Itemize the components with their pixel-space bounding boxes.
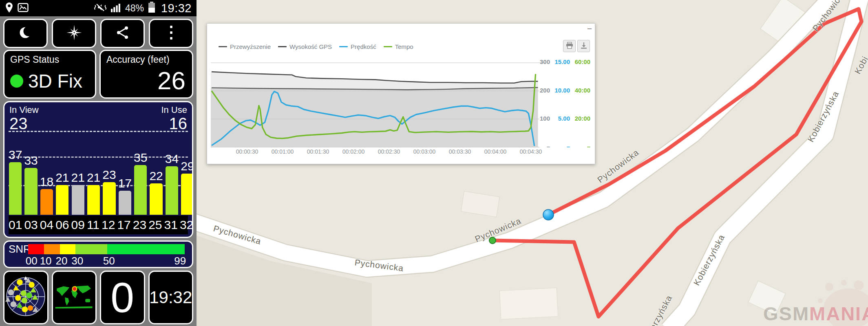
night-mode-button[interactable] — [3, 19, 48, 48]
satellite-id: 12 — [102, 218, 115, 232]
accuracy-value: 26 — [157, 66, 186, 95]
snr-tick: 50 — [103, 255, 115, 267]
snr-value: 34 — [165, 152, 179, 166]
satellite-bar-23: 35 — [134, 133, 147, 215]
map-canvas[interactable]: PychowickaPychowickaPychowickaPychowicka… — [197, 0, 868, 326]
x-axis-tick: 00:02:00 — [335, 148, 372, 155]
satellite-bar-31: 34 — [165, 133, 179, 215]
satellite-id: 23 — [133, 218, 146, 232]
satellite-bar-25: 22 — [149, 133, 163, 215]
x-axis-tick: 00:04:30 — [512, 148, 549, 155]
watermark-gsm: GSM — [763, 303, 809, 324]
satellite-bar-03: 33 — [24, 133, 38, 215]
axis-tick-tempo: – — [570, 143, 590, 150]
snr-bar-fill — [72, 185, 84, 215]
in-view-label: In View — [9, 105, 39, 115]
snr-bar-fill — [40, 189, 53, 215]
x-axis-tick: 00:00:30 — [229, 148, 265, 155]
snr-value: 17 — [118, 176, 132, 190]
satellite-id: 09 — [71, 218, 85, 232]
axis-tick-speed: – — [551, 143, 570, 150]
x-axis-tick: 00:03:00 — [406, 148, 443, 155]
snr-value: 29 — [181, 159, 193, 173]
snr-tick: 00 — [26, 255, 38, 267]
x-axis-tick: 00:04:00 — [477, 148, 514, 155]
satellite-bar-04: 18 — [40, 133, 53, 215]
x-axis-tick: 00:03:30 — [442, 148, 478, 155]
quick-buttons-row — [3, 19, 193, 48]
snr-bar-chart: 373318212121231735223429 — [9, 133, 188, 215]
sky-view-tab[interactable] — [3, 271, 49, 324]
satellite-id: 01 — [9, 218, 22, 232]
sky-view-icon — [4, 275, 47, 319]
satellite-id: 25 — [148, 218, 162, 232]
axis-tick-speed: 5.00 — [551, 115, 570, 122]
snr-segment — [44, 244, 60, 254]
satellite-bar-12: 23 — [102, 133, 116, 215]
clock-tab[interactable]: 19:32 — [148, 271, 194, 324]
snr-value: 21 — [55, 171, 69, 185]
status-bar-clock: 19:32 — [161, 2, 192, 15]
x-axis-tick: 00:02:30 — [371, 148, 407, 155]
snr-bar-fill — [103, 182, 115, 215]
snr-value: 35 — [134, 151, 147, 165]
axis-tick-elevation: 300 — [530, 58, 550, 65]
snr-bar-fill — [150, 183, 162, 215]
compass-star-button[interactable] — [52, 19, 96, 48]
satellite-bar-11: 21 — [87, 133, 100, 215]
snr-color-scale — [28, 244, 185, 254]
snr-tick: 30 — [71, 255, 83, 267]
overflow-menu-icon — [169, 25, 174, 42]
satellite-id: 11 — [87, 218, 99, 232]
satellite-bar-32: 29 — [181, 133, 193, 215]
snr-bar-fill — [87, 185, 100, 215]
bottom-tabs-row: 0 19:32 — [3, 271, 193, 324]
axis-tick-tempo: 40:00 — [570, 87, 590, 94]
snr-bar-fill — [56, 185, 68, 215]
snr-bar-fill — [24, 168, 37, 215]
track-stats-chart-panel: – PrzewyższenieWysokość GPSPrędkośćTempo… — [207, 23, 595, 164]
snr-value: 37 — [9, 148, 22, 162]
snr-bar-fill — [9, 162, 22, 215]
axis-tick-row: 1005.0020:00 — [207, 115, 596, 123]
snr-bar-fill — [181, 174, 193, 215]
snr-tick: 99 — [174, 255, 186, 267]
snr-segment — [107, 244, 185, 254]
satellite-id-strip: 010304060911121723253132 — [9, 216, 188, 234]
in-view-value: 23 — [9, 115, 39, 132]
snr-value: 33 — [24, 154, 38, 167]
in-use-label: In Use — [161, 105, 187, 115]
dashed-separator — [9, 131, 188, 132]
snr-value: 22 — [149, 169, 163, 183]
axis-tick-tempo: 60:00 — [570, 58, 590, 65]
snr-segment — [75, 244, 107, 254]
satellite-id: 17 — [117, 218, 130, 232]
accuracy-label: Accuracy (feet) — [106, 54, 186, 65]
share-icon — [115, 25, 130, 42]
android-status-bar: 48% 19:32 — [0, 0, 197, 16]
current-position-marker — [543, 209, 554, 220]
fix-status-dot — [10, 75, 23, 88]
overflow-menu-button[interactable] — [149, 19, 193, 48]
battery-percent: 48% — [125, 3, 144, 14]
world-map-icon — [54, 282, 95, 313]
in-use-value: 16 — [161, 115, 187, 132]
satellite-bar-17: 17 — [118, 133, 132, 215]
x-axis-tick: 00:01:30 — [300, 148, 336, 155]
satellite-id: 06 — [55, 218, 69, 232]
fix-count-tab[interactable]: 0 — [100, 271, 145, 324]
satellite-id: 32 — [180, 218, 193, 232]
satellite-snr-panel: In View 23 In Use 16 3733182121212317352… — [3, 101, 193, 238]
axis-tick-speed: 15.00 — [551, 58, 570, 65]
battery-icon — [148, 2, 155, 15]
axis-tick-row: 20010.0040:00 — [207, 87, 596, 95]
share-button[interactable] — [100, 19, 145, 48]
axis-tick-row: 30015.0060:00 — [207, 58, 596, 66]
night-mode-icon — [18, 24, 34, 42]
fix-count-value: 0 — [110, 276, 134, 319]
world-map-tab[interactable] — [52, 271, 97, 324]
gps-info-row: GPS Status 3D Fix Accuracy (feet) 26 — [3, 50, 193, 99]
gps-status-label: GPS Status — [10, 54, 89, 65]
accuracy-card: Accuracy (feet) 26 — [99, 50, 193, 99]
vibrate-mute-icon — [94, 2, 107, 14]
